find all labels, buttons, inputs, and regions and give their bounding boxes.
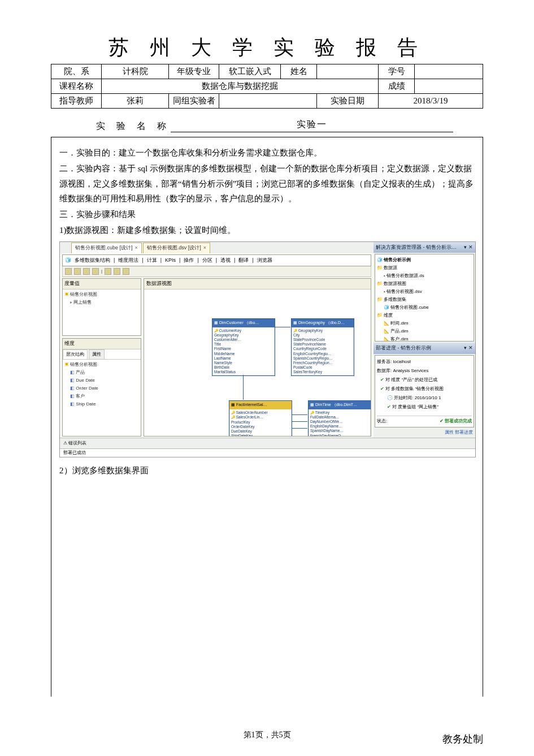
value-id [415, 64, 483, 79]
toolbar-icon[interactable] [123, 268, 129, 275]
mini-tab[interactable]: 层次结构 [63, 349, 88, 359]
struct-item[interactable]: 浏览器 [257, 256, 272, 265]
entity-header[interactable]: ▦DimTime （dbo.DimT… [309, 401, 371, 409]
deploy-progress-header: 部署进度 - 销售分析示例▾ ✕ [374, 343, 475, 354]
label-name: 姓名 [281, 64, 317, 79]
entity-fields: GeographyKey City StateProvinceCode Stat… [292, 327, 354, 376]
tree-item[interactable]: Due Date [70, 377, 139, 385]
value-date: 2018/3/19 [379, 94, 483, 109]
tab-dsv[interactable]: 销售分析视图.dsv [设计]× [143, 243, 210, 253]
label-date: 实验日期 [317, 94, 379, 109]
bottom-tabbar: ⚠ 错误列表 [60, 438, 475, 448]
ide-screenshot: 销售分析视图.cube [设计]× 销售分析视图.dsv [设计]× 🧊 多维数… [59, 241, 476, 457]
para-steps-h: 三．实验步骤和结果 [59, 207, 475, 222]
tree-item[interactable]: Ship Date [70, 400, 139, 408]
entity-fields: SalesOrderNumber SalesOrderLin… ProductK… [229, 409, 292, 437]
canvas-header: 数据源视图 [144, 279, 371, 290]
editor-tabbar: 销售分析视图.cube [设计]× 销售分析视图.dsv [设计]× [60, 242, 374, 253]
para-step2: 2）浏览多维数据集界面 [59, 463, 475, 478]
entity-fields: TimeKey FullDateAlterna… DayNumberOfWe… … [309, 409, 371, 437]
error-list-tab[interactable]: ⚠ 错误列表 [63, 439, 86, 447]
struct-item[interactable]: 操作 [184, 256, 194, 265]
panel-footer-links[interactable]: 属性 部署进度 [374, 429, 475, 438]
toolbar-icon[interactable] [83, 268, 90, 275]
content-box: 一．实验目的：建立一个数据仓库收集和分析业务需求建立数据仓库。 二．实验内容：基… [51, 137, 483, 697]
struct-item[interactable]: 翻译 [238, 256, 249, 265]
entity-header[interactable]: ▦DimCustomer （dbo… [212, 319, 275, 327]
dsv-canvas[interactable]: 数据源视图 ▦DimCustomer （dbo… CustomerKey Geo… [144, 278, 371, 436]
footer-issuer: 教务处制 [442, 732, 483, 746]
label-dept: 院、系 [51, 64, 102, 79]
struct-item[interactable]: 多维数据集结构 [75, 256, 110, 265]
exp-name-label: 实 验 名 称 [96, 120, 171, 132]
label-partner: 同组实验者 [169, 94, 219, 109]
report-title: 苏 州 大 学 实 验 报 告 [51, 34, 483, 62]
tree-item[interactable]: 客户 [70, 392, 139, 400]
solution-explorer[interactable]: 🧊 销售分析示例 数据源 销售分析数据源.ds 数据源视图 销售分析视图.dsv… [375, 254, 474, 342]
entity-header[interactable]: ▦FactInternetSal… [229, 401, 292, 409]
value-teacher: 张莉 [102, 94, 169, 109]
cube-icon: 🧊 [65, 256, 71, 265]
label-score: 成绩 [379, 79, 415, 94]
struct-item[interactable]: 透视 [220, 256, 231, 265]
value-partner [219, 94, 317, 109]
tree-item[interactable]: 销售分析视图 [64, 361, 139, 369]
label-grade: 年级专业 [169, 64, 219, 79]
entity-header[interactable]: ▦DimGeography （dbo.D… [292, 319, 354, 327]
tree-item[interactable]: 网上销售 [70, 299, 139, 306]
toolbar-icon[interactable] [105, 268, 111, 275]
value-grade: 软工嵌入式 [219, 64, 281, 79]
para-content: 二．实验内容：基于 sql 示例数据库的多维数据模型，创建一个新的数据仓库分析项… [59, 161, 475, 206]
label-course: 课程名称 [51, 79, 102, 94]
mini-tab[interactable]: 属性 [89, 349, 105, 359]
toolbar-icon[interactable] [92, 268, 99, 275]
toolbar-icon[interactable] [65, 268, 72, 275]
struct-item[interactable]: 计算 [147, 256, 157, 265]
para-objective: 一．实验目的：建立一个数据仓库收集和分析业务需求建立数据仓库。 [59, 145, 475, 160]
mini-toolbar: | [62, 266, 371, 277]
dimensions-header: 维度 [63, 339, 141, 349]
toolbar-icon[interactable] [74, 268, 81, 275]
statusbar: 部署已成功 [60, 448, 475, 457]
structure-toolbar: 🧊 多维数据集结构 | 维度用法 | 计算 | KPIs | 操作 | 分区 |… [62, 254, 371, 267]
label-teacher: 指导教师 [51, 94, 102, 109]
tree-item[interactable]: 产品 [70, 369, 139, 377]
struct-item[interactable]: 维度用法 [118, 256, 138, 265]
entity-fields: CustomerKey GeographyKey CustomerAlter… … [212, 327, 275, 376]
exp-name-value: 实验一 [171, 119, 453, 132]
deploy-progress-panel: 服务器: localhost 数据库: Analysis Services 对 … [375, 355, 474, 427]
value-name [317, 64, 379, 79]
solution-explorer-header: 解决方案资源管理器 - 销售分析示…▾ ✕ [374, 242, 475, 253]
value-score [415, 79, 483, 94]
para-step1: 1)数据源视图：新建多维数据集；设置时间维。 [59, 223, 475, 237]
tree-item[interactable]: 销售分析视图 [64, 291, 139, 299]
measures-header: 度量值 [63, 279, 141, 290]
value-dept: 计科院 [102, 64, 169, 79]
info-table: 院、系 计科院 年级专业 软工嵌入式 姓名 学号 课程名称 数据仓库与数据挖掘 … [51, 64, 483, 109]
toolbar-icon[interactable] [114, 268, 120, 275]
value-course: 数据仓库与数据挖掘 [102, 79, 379, 94]
tree-item[interactable]: Order Date [70, 385, 139, 392]
tab-cube[interactable]: 销售分析视图.cube [设计]× [71, 243, 142, 253]
struct-item[interactable]: 分区 [202, 256, 212, 265]
struct-item[interactable]: KPIs [165, 256, 176, 265]
label-id: 学号 [379, 64, 415, 79]
